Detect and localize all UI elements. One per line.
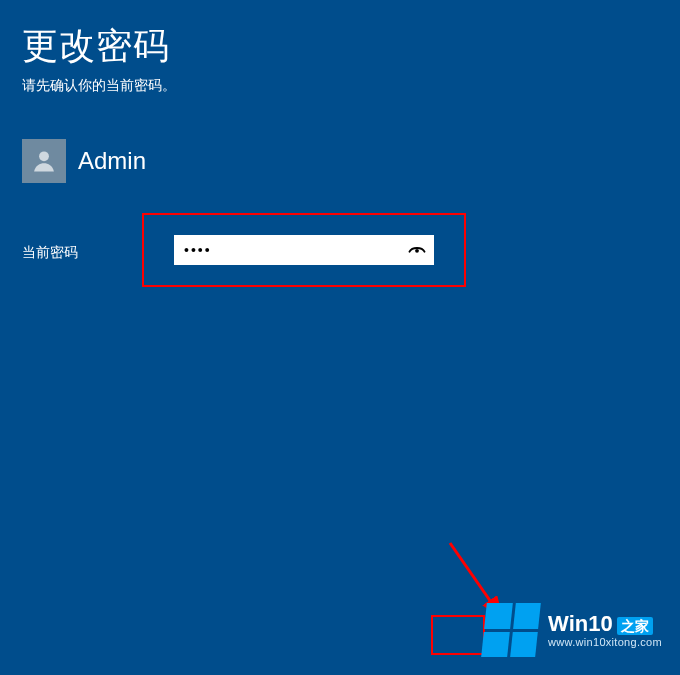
page-title: 更改密码 [22, 22, 658, 71]
watermark-brand-suffix: 之家 [617, 617, 653, 635]
page-subtitle: 请先确认你的当前密码。 [22, 77, 658, 95]
avatar [22, 139, 66, 183]
watermark: Win10 之家 www.win10xitong.com [484, 603, 662, 657]
highlight-box-2 [431, 615, 485, 655]
current-password-row: 当前密码 [22, 213, 658, 287]
reveal-password-button[interactable] [400, 235, 434, 265]
current-password-label: 当前密码 [22, 238, 142, 262]
watermark-text: Win10 之家 www.win10xitong.com [548, 611, 662, 649]
eye-icon [407, 240, 427, 260]
watermark-url: www.win10xitong.com [548, 636, 662, 649]
current-password-input[interactable] [174, 235, 400, 265]
watermark-brand: Win10 [548, 611, 613, 636]
user-row: Admin [22, 139, 658, 183]
svg-point-1 [415, 249, 419, 253]
person-icon [30, 147, 58, 175]
password-field-wrap [174, 235, 434, 265]
username: Admin [78, 147, 146, 175]
highlight-box [142, 213, 466, 287]
svg-point-0 [39, 151, 49, 161]
windows-logo-icon [481, 603, 541, 657]
